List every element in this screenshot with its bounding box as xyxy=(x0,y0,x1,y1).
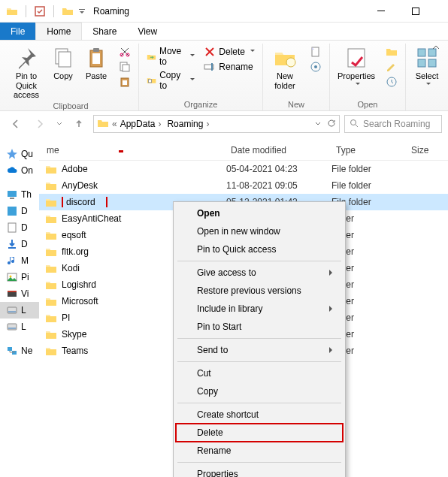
video-icon xyxy=(6,288,18,300)
back-button[interactable] xyxy=(6,114,26,134)
forward-button[interactable] xyxy=(30,114,50,134)
breadcrumb[interactable]: « AppData Roaming xyxy=(93,115,340,133)
ctx-pin-quick-access[interactable]: Pin to Quick access xyxy=(176,240,343,258)
refresh-button[interactable] xyxy=(327,119,336,130)
rename-button[interactable]: Rename xyxy=(201,60,258,74)
col-date[interactable]: Date modified xyxy=(223,145,328,155)
addr-dropdown-icon[interactable] xyxy=(315,119,321,130)
new-folder-button[interactable]: New folder xyxy=(268,44,302,90)
sidebar-item[interactable]: L xyxy=(0,319,39,335)
svg-rect-30 xyxy=(10,198,14,199)
disk-icon xyxy=(6,321,18,333)
svg-rect-14 xyxy=(123,80,127,85)
ctx-delete[interactable]: Delete xyxy=(176,424,343,442)
sidebar-item[interactable]: D xyxy=(0,236,39,252)
file-name: EasyAntiCheat xyxy=(62,213,121,224)
ctx-rename[interactable]: Rename xyxy=(176,442,343,460)
recent-button[interactable] xyxy=(54,114,65,134)
new-item-button[interactable] xyxy=(307,45,325,59)
tab-share[interactable]: Share xyxy=(82,23,127,40)
maximize-button[interactable] xyxy=(398,0,433,23)
sidebar-item[interactable]: Th xyxy=(0,186,39,203)
svg-point-21 xyxy=(314,65,317,68)
folder-icon xyxy=(6,5,18,17)
pin-quick-access-button[interactable]: Pin to Quick access xyxy=(8,44,45,100)
file-name: Logishrd xyxy=(62,279,96,290)
ctx-give-access[interactable]: Give access to xyxy=(176,264,343,282)
search-input[interactable]: Search Roaming xyxy=(344,115,442,133)
sidebar-item[interactable]: Vi xyxy=(0,285,39,302)
move-to-button[interactable]: Move to xyxy=(144,45,198,68)
window-title: Roaming xyxy=(93,6,129,17)
doc-icon xyxy=(6,222,18,234)
paste-shortcut-icon xyxy=(119,76,131,88)
ctx-open[interactable]: Open xyxy=(176,204,343,222)
svg-point-18 xyxy=(286,58,295,67)
delete-button[interactable]: Delete xyxy=(201,45,258,59)
file-type: File folder xyxy=(328,180,404,191)
file-name: Skype xyxy=(62,329,86,340)
sidebar-item[interactable]: D xyxy=(0,219,39,236)
sidebar-item[interactable]: On xyxy=(0,162,39,179)
history-button[interactable] xyxy=(383,75,401,89)
svg-rect-15 xyxy=(148,80,151,83)
properties-button[interactable]: Properties xyxy=(334,44,378,87)
up-button[interactable] xyxy=(69,114,89,134)
tab-view[interactable]: View xyxy=(127,23,168,40)
cut-button[interactable] xyxy=(116,45,134,59)
folder-icon xyxy=(97,117,109,131)
square-icon xyxy=(6,205,18,217)
file-date: 11-08-2021 09:05 xyxy=(223,180,328,191)
pc-icon xyxy=(6,189,18,201)
crumb-roaming[interactable]: Roaming xyxy=(167,119,212,129)
svg-rect-26 xyxy=(418,59,425,67)
easy-access-button[interactable] xyxy=(307,60,325,74)
tab-file[interactable]: File xyxy=(0,23,35,40)
sidebar-item[interactable]: Pi xyxy=(0,269,39,285)
copy-to-button[interactable]: Copy to xyxy=(144,69,198,92)
close-button[interactable] xyxy=(433,0,448,23)
ctx-pin-start[interactable]: Pin to Start xyxy=(176,318,343,336)
sidebar-item[interactable]: M xyxy=(0,252,39,269)
paste-shortcut-button[interactable] xyxy=(116,75,134,89)
folder-icon xyxy=(45,346,57,356)
ctx-create-shortcut[interactable]: Create shortcut xyxy=(176,406,343,424)
folder-icon xyxy=(45,180,57,191)
table-row[interactable]: AnyDesk11-08-2021 09:05File folder xyxy=(39,177,448,194)
col-size[interactable]: Size xyxy=(404,145,441,155)
col-name[interactable]: me xyxy=(39,145,223,155)
copy-button[interactable]: Copy xyxy=(48,44,78,81)
ctx-copy[interactable]: Copy xyxy=(176,382,343,400)
sidebar-item[interactable]: L xyxy=(0,302,39,319)
folder-icon xyxy=(45,329,57,340)
ribbon-collapse-button[interactable] xyxy=(428,41,443,56)
ctx-include-library[interactable]: Include in library xyxy=(176,300,343,318)
edit-button[interactable] xyxy=(383,60,401,74)
file-name: Kodi xyxy=(62,263,80,273)
qat-properties-icon[interactable] xyxy=(34,5,46,17)
paste-button[interactable]: Paste xyxy=(81,44,111,81)
col-type[interactable]: Type xyxy=(328,145,404,155)
svg-point-28 xyxy=(351,119,356,125)
qat-dropdown-icon[interactable] xyxy=(78,5,86,17)
minimize-button[interactable] xyxy=(364,0,398,23)
folder-icon xyxy=(45,296,57,306)
sidebar-item[interactable]: Ne xyxy=(0,343,39,359)
table-row[interactable]: Adobe05-04-2021 04:23File folder xyxy=(39,161,448,177)
ctx-properties[interactable]: Properties xyxy=(176,465,343,477)
folder-icon xyxy=(62,5,74,17)
sidebar-item[interactable]: Qu xyxy=(0,146,39,162)
ctx-restore-versions[interactable]: Restore previous versions xyxy=(176,282,343,300)
ctx-open-new-window[interactable]: Open in new window xyxy=(176,222,343,240)
folder-icon xyxy=(45,263,57,273)
tab-home[interactable]: Home xyxy=(35,23,82,40)
columns-header[interactable]: me Date modified Type Size xyxy=(39,140,448,161)
open-button[interactable] xyxy=(383,45,401,59)
copy-path-button[interactable] xyxy=(116,60,134,74)
edit-icon xyxy=(386,61,398,73)
crumb-appdata[interactable]: AppData xyxy=(120,119,165,129)
svg-rect-31 xyxy=(8,207,17,216)
sidebar-item[interactable]: D xyxy=(0,203,39,219)
ctx-cut[interactable]: Cut xyxy=(176,364,343,382)
ctx-send-to[interactable]: Send to xyxy=(176,341,343,359)
